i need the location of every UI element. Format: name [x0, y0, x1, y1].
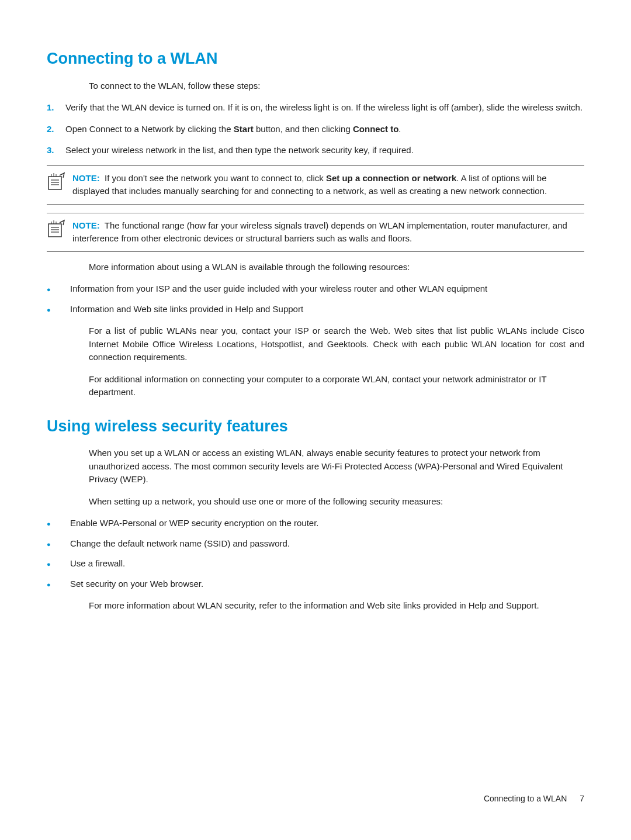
note-body: If you don't see the network you want to…: [72, 173, 547, 196]
step-number: 3.: [47, 144, 54, 157]
heading-wireless-security: Using wireless security features: [47, 414, 584, 438]
step-number: 2.: [47, 123, 54, 136]
svg-rect-7: [48, 224, 61, 237]
paragraph-intro: To connect to the WLAN, follow these ste…: [89, 79, 584, 93]
note-icon: [47, 219, 72, 243]
paragraph: More information about using a WLAN is a…: [89, 261, 584, 274]
paragraph: For a list of public WLANs near you, con…: [89, 324, 584, 364]
note-text: NOTE: If you don't see the network you w…: [72, 172, 584, 198]
bullet-list: Information from your ISP and the user g…: [47, 282, 584, 316]
note-box: NOTE: The functional range (how far your…: [47, 213, 584, 252]
step-item: 3.Select your wireless network in the li…: [47, 144, 584, 157]
note-box: NOTE: If you don't see the network you w…: [47, 165, 584, 205]
step-item: 1.Verify that the WLAN device is turned …: [47, 101, 584, 115]
list-item: Information from your ISP and the user g…: [47, 282, 584, 296]
paragraph: When setting up a network, you should us…: [89, 495, 584, 509]
note-icon: [47, 172, 72, 196]
list-item: Enable WPA-Personal or WEP security encr…: [47, 517, 584, 530]
step-number: 1.: [47, 101, 54, 115]
heading-connecting-wlan: Connecting to a WLAN: [47, 47, 584, 71]
paragraph: For additional information on connecting…: [89, 373, 584, 399]
step-text: Select your wireless network in the list…: [65, 145, 414, 155]
steps-list: 1.Verify that the WLAN device is turned …: [47, 101, 584, 157]
step-text: Open Connect to a Network by clicking th…: [65, 124, 401, 134]
step-text: Verify that the WLAN device is turned on…: [65, 102, 583, 112]
list-item: Use a firewall.: [47, 557, 584, 571]
note-label: NOTE:: [72, 173, 100, 183]
svg-rect-0: [48, 177, 61, 189]
note-text: NOTE: The functional range (how far your…: [72, 219, 584, 246]
step-item: 2.Open Connect to a Network by clicking …: [47, 123, 584, 136]
paragraph: When you set up a WLAN or access an exis…: [89, 447, 584, 486]
list-item: Change the default network name (SSID) a…: [47, 537, 584, 551]
paragraph: For more information about WLAN security…: [89, 599, 584, 613]
bullet-list: Enable WPA-Personal or WEP security encr…: [47, 517, 584, 590]
note-label: NOTE:: [72, 220, 100, 230]
note-body: The functional range (how far your wirel…: [72, 220, 567, 244]
list-item: Information and Web site links provided …: [47, 303, 584, 316]
list-item: Set security on your Web browser.: [47, 578, 584, 591]
